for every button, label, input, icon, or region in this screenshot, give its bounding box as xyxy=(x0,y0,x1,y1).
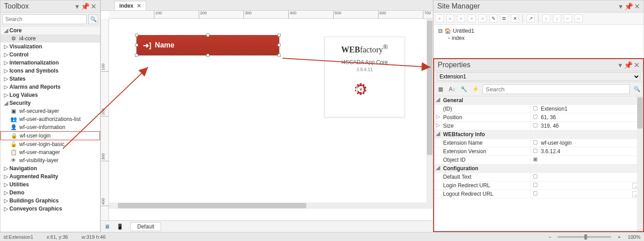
delete-icon[interactable]: ✕ xyxy=(511,14,519,22)
copy-icon[interactable]: ⧉ xyxy=(500,14,508,22)
group-config[interactable]: ◢Configuration xyxy=(434,164,643,173)
item-secured-layer[interactable]: ▣wf-secured-layer xyxy=(0,107,100,115)
group-utilities[interactable]: ▷Utilities xyxy=(0,181,100,189)
new-folder-icon[interactable]: ▫ xyxy=(468,14,476,22)
arrow-right-icon[interactable]: → xyxy=(574,14,583,22)
alphabetical-icon[interactable]: A↓ xyxy=(448,85,457,94)
device-desktop-icon[interactable]: 🖥 xyxy=(102,222,113,231)
wf-user-login-widget[interactable]: ➜] Name xyxy=(136,35,279,56)
databind-icon[interactable]: ▢ xyxy=(531,105,539,113)
properties-grid[interactable]: ◢General (ID)▢Extension1 ▷Position▢61, 3… xyxy=(434,96,643,231)
device-mobile-icon[interactable]: 📱 xyxy=(114,222,125,231)
arrow-down-icon[interactable]: ↓ xyxy=(553,14,561,22)
group-wfinfo[interactable]: ◢WEBfactory Info xyxy=(434,130,643,139)
site-root[interactable]: ⊟🏠Untitled1 xyxy=(438,27,639,34)
resize-handle[interactable] xyxy=(278,54,281,57)
zoom-in-icon[interactable]: + xyxy=(615,234,623,240)
item-visibility-layer[interactable]: 👁wf-visibility-layer xyxy=(0,156,100,164)
scroll-thumb[interactable] xyxy=(118,203,306,208)
folder-icon[interactable]: ▫ xyxy=(479,14,487,22)
search-button[interactable]: 🔍 xyxy=(88,14,98,24)
databind-icon[interactable]: ▢ xyxy=(531,122,539,130)
group-states[interactable]: ▷States xyxy=(0,75,100,83)
toolbox-search-input[interactable] xyxy=(2,14,87,24)
group-alarms[interactable]: ▷Alarms and Reports xyxy=(0,83,100,91)
item-user-manager[interactable]: 📋wf-user-manager xyxy=(0,148,100,156)
group-core[interactable]: ◢Core xyxy=(0,26,100,34)
item-i4-core[interactable]: ⚙i4-core xyxy=(0,34,100,43)
close-icon[interactable]: ✕ xyxy=(633,62,640,68)
group-intl[interactable]: ▷Internationalization xyxy=(0,59,100,67)
site-tree[interactable]: ⊟🏠Untitled1 ▫index xyxy=(434,25,644,58)
arrow-up-icon[interactable]: ↑ xyxy=(542,14,550,22)
group-icons[interactable]: ▷Icons and Symbols xyxy=(0,67,100,75)
prop-default-text[interactable]: Default Text▢ xyxy=(434,173,643,181)
prop-position[interactable]: ▷Position▢61, 36 xyxy=(434,113,643,122)
export-icon[interactable]: ↗ xyxy=(527,14,535,22)
horizontal-scrollbar[interactable] xyxy=(109,202,433,209)
scroll-thumb[interactable] xyxy=(637,97,643,129)
group-buildings[interactable]: ▷Buildings Graphics xyxy=(0,197,100,205)
new-master-icon[interactable]: ▫ xyxy=(457,14,465,22)
resize-handle[interactable] xyxy=(206,54,209,57)
edit-icon[interactable]: ✎ xyxy=(489,14,497,22)
prop-id[interactable]: (ID)▢Extension1 xyxy=(434,105,643,113)
prop-size[interactable]: ▷Size▢319, 46 xyxy=(434,122,643,130)
grid-scrollbar[interactable] xyxy=(637,96,643,231)
prop-login-redirect[interactable]: Login Redirect URL▢… xyxy=(434,181,643,190)
resize-handle[interactable] xyxy=(278,43,281,47)
databind-icon[interactable]: ▣ xyxy=(531,156,539,164)
tab-index[interactable]: index ✕ xyxy=(114,1,146,10)
resize-handle[interactable] xyxy=(206,34,209,37)
group-visualization[interactable]: ▷Visualization xyxy=(0,43,100,51)
databind-icon[interactable]: ▢ xyxy=(531,139,539,147)
prop-logout-redirect[interactable]: Logout Redirect URL▢… xyxy=(434,190,643,198)
dropdown-icon[interactable]: ▾ xyxy=(618,3,624,9)
new-page-icon[interactable]: ▫ xyxy=(435,14,444,22)
databind-icon[interactable]: ▢ xyxy=(531,113,539,121)
prop-extension-version[interactable]: Extension Version▢3.6.12.4 xyxy=(434,147,643,156)
dropdown-icon[interactable]: ▾ xyxy=(617,62,623,68)
object-selector[interactable]: Extension1 xyxy=(437,72,640,81)
wrench-icon[interactable]: 🔧 xyxy=(459,85,468,94)
vertical-scrollbar[interactable] xyxy=(426,19,433,202)
new-page2-icon[interactable]: ▫ xyxy=(446,14,454,22)
close-icon[interactable]: ✕ xyxy=(634,3,640,9)
group-conveyors[interactable]: ▷Conveyors Graphics xyxy=(0,205,100,213)
app-core-card[interactable]: WEBfactory® i4SCADA App Core 3.8.4.11 ⚙i… xyxy=(324,37,405,117)
slider-thumb[interactable] xyxy=(584,234,587,240)
group-ar[interactable]: ▷Augmented Reality xyxy=(0,172,100,181)
item-user-login-basic[interactable]: 🔓wf-user-login-basic xyxy=(0,140,100,148)
prop-extension-name[interactable]: Extension Name▢wf-user-login xyxy=(434,139,643,147)
databind-icon[interactable]: ▢ xyxy=(531,190,539,198)
group-general[interactable]: ◢General xyxy=(434,96,643,105)
item-user-info[interactable]: 👤wf-user-information xyxy=(0,123,100,131)
prop-object-id[interactable]: Object ID▣ xyxy=(434,156,643,164)
properties-search-input[interactable] xyxy=(483,84,630,94)
item-user-login[interactable]: 🔒wf-user-login xyxy=(0,131,100,140)
scroll-thumb[interactable] xyxy=(427,21,432,155)
arrow-left-icon[interactable]: ← xyxy=(564,14,572,22)
group-security[interactable]: ◢Security xyxy=(0,99,100,107)
pin-icon[interactable]: 📌 xyxy=(626,3,632,9)
close-icon[interactable]: ✕ xyxy=(90,3,96,9)
toolbox-tree[interactable]: ◢Core ⚙i4-core ▷Visualization ▷Control ▷… xyxy=(0,26,100,232)
databind-icon[interactable]: ▢ xyxy=(531,147,539,155)
site-page-index[interactable]: ▫index xyxy=(448,34,639,42)
search-icon[interactable]: 🔍 xyxy=(632,85,641,94)
zoom-slider[interactable] xyxy=(557,236,611,238)
layer-selector[interactable]: Default xyxy=(131,222,161,231)
expand-icon[interactable]: ⊟ xyxy=(438,28,443,34)
artboard[interactable]: ➜] Name WEBfactory® i4SCADA App Core 3.8… xyxy=(109,19,433,220)
zoom-out-icon[interactable]: − xyxy=(546,234,554,240)
databind-icon[interactable]: ▢ xyxy=(531,173,539,181)
group-demo[interactable]: ▷Demo xyxy=(0,189,100,197)
lightning-icon[interactable]: ⚡ xyxy=(471,85,480,94)
group-control[interactable]: ▷Control xyxy=(0,51,100,59)
pin-icon[interactable]: 📌 xyxy=(82,3,88,9)
group-log[interactable]: ▷Log Values xyxy=(0,91,100,99)
databind-icon[interactable]: ▢ xyxy=(531,181,539,189)
item-user-auth[interactable]: 👥wf-user-authorizations-list xyxy=(0,115,100,123)
resize-handle[interactable] xyxy=(135,54,138,57)
group-navigation[interactable]: ▷Navigation xyxy=(0,164,100,172)
